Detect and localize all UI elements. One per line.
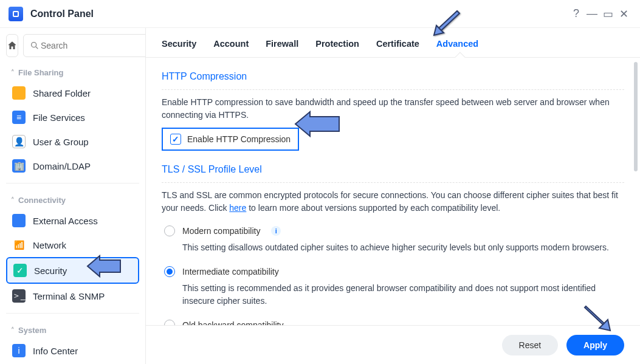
network-icon: 📶 (12, 238, 26, 252)
sidebar-item-external-access[interactable]: External Access (6, 208, 139, 233)
tab-certificate[interactable]: Certificate (376, 39, 419, 57)
radio-label: Intermediate compatibility (182, 267, 279, 276)
sidebar-item-network[interactable]: 📶 Network (6, 233, 139, 257)
user-group-icon: 👤 (12, 135, 26, 148)
radio-intermediate-compatibility[interactable]: Intermediate compatibility (162, 261, 624, 282)
reset-button[interactable]: Reset (502, 335, 559, 355)
radio-button[interactable] (164, 320, 175, 325)
tls-description: TLS and SSL are common encrypted protoco… (162, 189, 624, 215)
sidebar-item-label: Network (33, 240, 66, 250)
sidebar-item-label: Terminal & SNMP (33, 291, 105, 301)
sidebar-item-shared-folder[interactable]: Shared Folder (6, 81, 139, 105)
close-button[interactable]: ✕ (616, 6, 631, 22)
titlebar: Control Panel ? — ▭ ✕ (0, 0, 640, 28)
radio-button[interactable] (164, 266, 175, 277)
file-services-icon: ≡ (12, 111, 26, 124)
folder-icon (12, 86, 26, 100)
sidebar-item-label: User & Group (33, 137, 89, 147)
group-header-file-sharing[interactable]: ˄ File Sharing (6, 61, 139, 81)
search-box[interactable] (23, 34, 146, 57)
sidebar-item-label: File Services (33, 112, 85, 123)
intermediate-compat-desc: This setting is recommended as it provid… (162, 282, 624, 315)
sidebar-item-label: External Access (33, 216, 98, 226)
chevron-up-icon: ˄ (11, 326, 15, 334)
window-title: Control Panel (30, 9, 94, 19)
tab-security[interactable]: Security (162, 39, 196, 57)
sidebar: ˄ File Sharing Shared Folder ≡ File Serv… (0, 28, 146, 364)
scrollbar-thumb[interactable] (634, 62, 638, 171)
help-button[interactable]: ? (568, 6, 584, 22)
tabs: Security Account Firewall Protection Cer… (146, 28, 640, 58)
tab-account[interactable]: Account (213, 39, 249, 57)
sidebar-item-label: Info Center (33, 346, 78, 356)
sidebar-item-info-center[interactable]: i Info Center (6, 338, 139, 363)
sidebar-item-user-group[interactable]: 👤 User & Group (6, 129, 139, 154)
enable-http-compression-row[interactable]: Enable HTTP Compression (162, 128, 299, 151)
radio-button[interactable] (164, 225, 175, 236)
group-label: Connectivity (18, 196, 66, 205)
search-input[interactable] (40, 40, 146, 51)
radio-modern-compatibility[interactable]: Modern compatibility i (162, 221, 624, 241)
enable-http-compression-checkbox[interactable] (170, 134, 181, 145)
tab-protection[interactable]: Protection (315, 39, 359, 57)
modern-compat-desc: This setting disallows outdated cipher s… (162, 241, 624, 261)
http-description: Enable HTTP compression to save bandwidt… (162, 96, 624, 122)
scrollbar[interactable] (634, 62, 638, 319)
info-icon[interactable]: i (271, 226, 281, 236)
group-header-system[interactable]: ˄ System (6, 318, 139, 338)
apply-button[interactable]: Apply (566, 335, 624, 355)
svg-line-1 (36, 47, 38, 49)
chevron-up-icon: ˄ (11, 69, 15, 77)
radio-old-backward-compatibility[interactable]: Old backward compatibility (162, 315, 624, 325)
divider (6, 313, 139, 314)
sidebar-item-label: Shared Folder (33, 88, 91, 98)
footer: Reset Apply (146, 325, 640, 364)
group-header-connectivity[interactable]: ˄ Connectivity (6, 188, 139, 208)
section-title-tls: TLS / SSL Profile Level (162, 164, 624, 175)
domain-icon: 🏢 (12, 159, 26, 173)
main-panel: Security Account Firewall Protection Cer… (146, 28, 640, 364)
info-icon: i (12, 344, 26, 357)
tab-firewall[interactable]: Firewall (266, 39, 298, 57)
divider (6, 183, 139, 184)
sidebar-item-label: Domain/LDAP (33, 161, 91, 171)
sidebar-item-security[interactable]: ✓ Security (6, 257, 139, 284)
content-area: HTTP Compression Enable HTTP compression… (146, 58, 640, 325)
sidebar-item-file-services[interactable]: ≡ File Services (6, 105, 139, 129)
app-icon (9, 7, 23, 21)
group-label: File Sharing (18, 68, 63, 77)
chevron-up-icon: ˄ (11, 196, 15, 204)
terminal-icon: ＞_ (12, 289, 26, 303)
search-icon (30, 41, 40, 50)
radio-label: Old backward compatibility (182, 320, 284, 325)
sidebar-item-terminal-snmp[interactable]: ＞_ Terminal & SNMP (6, 284, 139, 308)
home-icon (7, 40, 18, 51)
radio-label: Modern compatibility (182, 226, 260, 236)
svg-point-0 (32, 43, 36, 47)
shield-icon: ✓ (13, 264, 27, 277)
home-button[interactable] (6, 34, 18, 57)
section-title-http: HTTP Compression (162, 71, 624, 82)
maximize-button[interactable]: ▭ (600, 6, 616, 22)
group-label: System (18, 326, 46, 335)
checkbox-label: Enable HTTP Compression (187, 134, 291, 144)
tls-learn-more-link[interactable]: here (229, 203, 246, 213)
sidebar-item-domain-ldap[interactable]: 🏢 Domain/LDAP (6, 154, 139, 178)
minimize-button[interactable]: — (584, 6, 600, 22)
globe-icon (12, 214, 26, 227)
sidebar-item-label: Security (34, 266, 67, 276)
tls-desc-post: to learn more about versions supported b… (246, 203, 500, 213)
